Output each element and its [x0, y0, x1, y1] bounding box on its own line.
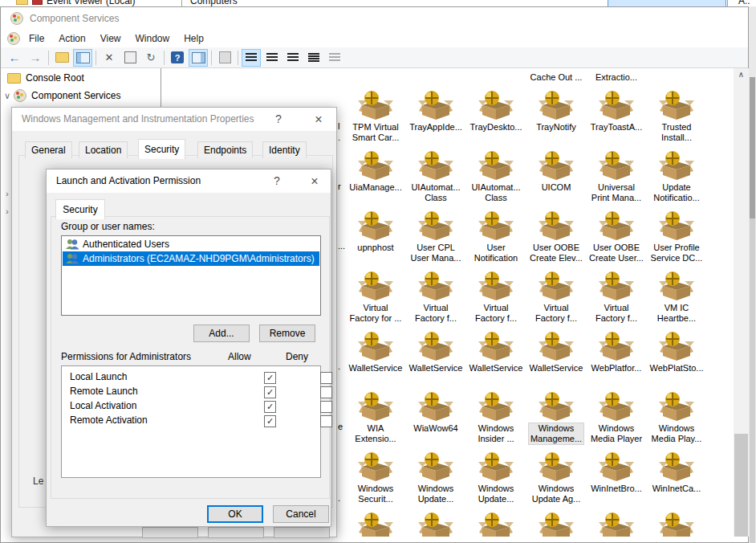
- up-one-level-button[interactable]: [52, 49, 71, 67]
- view-list-button[interactable]: [283, 49, 303, 67]
- dcom-item[interactable]: WalletService: [465, 331, 527, 374]
- dcom-item[interactable]: User OOBECreate User...: [585, 210, 648, 263]
- scroll-up-arrow-icon[interactable]: ∧: [734, 70, 749, 79]
- scrollbar-thumb[interactable]: [734, 434, 748, 537]
- dcom-item[interactable]: WalletService: [525, 331, 587, 374]
- dcom-item[interactable]: VirtualFactory for ...: [344, 271, 407, 324]
- allow-checkbox[interactable]: ✓: [264, 415, 276, 427]
- dcom-item[interactable]: UIAutomat...Class: [465, 150, 527, 203]
- user-list-item[interactable]: Authenticated Users: [63, 237, 319, 251]
- dcom-item[interactable]: WindowsMedia Play...: [645, 391, 708, 444]
- chevron-expanded-icon[interactable]: ∨: [4, 91, 10, 101]
- dcom-item[interactable]: UpdateNotificatio...: [645, 150, 708, 203]
- help-button[interactable]: ?: [168, 49, 187, 67]
- dcom-item[interactable]: VirtualFactory f...: [404, 271, 467, 324]
- close-icon[interactable]: ×: [309, 112, 328, 127]
- dcom-item[interactable]: VM ICHeartbe...: [645, 271, 708, 324]
- menu-help[interactable]: Help: [177, 31, 211, 46]
- tab-security[interactable]: Security: [138, 139, 185, 159]
- dcom-item[interactable]: [465, 512, 527, 537]
- bg-tree-item[interactable]: Event Viewer (Local): [47, 0, 136, 6]
- user-list-item[interactable]: Administrators (EC2AMAZ-NHD9PGM\Administ…: [63, 251, 319, 266]
- cancel-button[interactable]: Cancel: [273, 505, 329, 523]
- view-details-button[interactable]: [304, 49, 323, 67]
- dcom-item[interactable]: upnphost: [344, 210, 407, 253]
- dcom-item[interactable]: User ProfileService DC...: [645, 210, 708, 263]
- dcom-item[interactable]: Cache Out ...: [525, 71, 587, 83]
- tree-item-console-root[interactable]: Console Root: [7, 72, 84, 84]
- export-list-button[interactable]: [215, 49, 234, 67]
- dcom-item[interactable]: WindowsSecurit...: [344, 451, 407, 504]
- dialog-titlebar[interactable]: Windows Management and Instrumentation P…: [12, 108, 336, 131]
- back-button[interactable]: ←: [5, 49, 24, 67]
- show-action-pane-button[interactable]: [189, 49, 208, 67]
- show-console-tree-button[interactable]: [73, 49, 92, 67]
- view-large-icons-button[interactable]: [242, 49, 261, 67]
- dcom-item[interactable]: WebPlatfor...: [585, 331, 648, 374]
- allow-checkbox[interactable]: ✓: [264, 372, 276, 384]
- dcom-item[interactable]: Extractio...: [585, 71, 648, 83]
- add-button[interactable]: Add...: [193, 325, 250, 342]
- dcom-item[interactable]: WindowsUpdate...: [404, 451, 467, 504]
- deny-checkbox[interactable]: [320, 386, 332, 398]
- dcom-item[interactable]: TrayToastA...: [585, 90, 648, 133]
- remove-button[interactable]: Remove: [259, 325, 315, 342]
- menu-action[interactable]: Action: [51, 31, 92, 46]
- dcom-item[interactable]: UIAutomat...Class: [404, 150, 467, 203]
- help-icon[interactable]: ?: [269, 112, 288, 125]
- dcom-item[interactable]: [645, 512, 708, 537]
- dcom-item[interactable]: WebPlatSto...: [645, 331, 708, 374]
- forward-button[interactable]: →: [26, 49, 45, 67]
- deny-checkbox[interactable]: [320, 372, 332, 384]
- delete-button[interactable]: ✕: [100, 49, 119, 67]
- apply-button-partial[interactable]: [274, 527, 330, 538]
- properties-button[interactable]: [120, 49, 140, 67]
- dcom-item[interactable]: [344, 512, 407, 537]
- tab-security[interactable]: Security: [55, 199, 105, 219]
- dcom-item[interactable]: UiaManage...: [344, 150, 407, 193]
- refresh-button[interactable]: ↻: [141, 49, 161, 67]
- dcom-item[interactable]: TrayAppIde...: [404, 90, 467, 133]
- dcom-item[interactable]: TrayDeskto...: [465, 90, 527, 133]
- tab-endpoints[interactable]: Endpoints: [197, 141, 253, 158]
- menu-file[interactable]: File: [22, 31, 51, 46]
- dcom-item[interactable]: WindowsManageme...: [525, 391, 587, 444]
- allow-checkbox[interactable]: ✓: [264, 401, 276, 413]
- dcom-item[interactable]: TrayNotify: [525, 90, 587, 133]
- tree-item-component-services[interactable]: ∨ Component Services: [4, 89, 120, 102]
- dcom-item[interactable]: WalletService: [344, 331, 407, 374]
- learn-more-fragment[interactable]: Le: [33, 476, 43, 487]
- dcom-item[interactable]: TPM VirtualSmart Car...: [344, 90, 407, 143]
- help-icon[interactable]: ?: [267, 174, 287, 187]
- close-icon[interactable]: ×: [305, 174, 324, 189]
- view-custom-button[interactable]: [325, 49, 344, 67]
- group-user-list[interactable]: Authenticated UsersAdministrators (EC2AM…: [61, 235, 321, 316]
- tab-location[interactable]: Location: [79, 141, 128, 158]
- deny-checkbox[interactable]: [320, 415, 332, 427]
- vertical-scrollbar[interactable]: ∧: [734, 68, 749, 537]
- bg-column-header[interactable]: Computers: [190, 0, 238, 6]
- window-titlebar[interactable]: Component Services: [1, 7, 748, 30]
- dcom-item[interactable]: WindowsUpdate Ag...: [525, 451, 587, 504]
- dcom-item[interactable]: UICOM: [525, 150, 587, 193]
- tab-identity[interactable]: Identity: [262, 141, 307, 158]
- dcom-item[interactable]: User CPLUser Mana...: [404, 210, 467, 263]
- dcom-item[interactable]: WindowsUpdate...: [465, 451, 527, 504]
- deny-checkbox[interactable]: [320, 401, 332, 413]
- dcom-item[interactable]: VirtualFactory f...: [525, 271, 587, 324]
- dcom-item[interactable]: [525, 512, 587, 537]
- menu-view[interactable]: View: [93, 31, 128, 46]
- dcom-item[interactable]: User OOBECreate Elev...: [525, 210, 587, 263]
- dcom-item[interactable]: TrustedInstall...: [645, 90, 708, 143]
- dialog-titlebar[interactable]: Launch and Activation Permission ? ×: [47, 169, 331, 193]
- dcom-item[interactable]: WindowsInsider ...: [465, 391, 527, 444]
- view-small-icons-button[interactable]: [262, 49, 282, 67]
- dcom-item[interactable]: WinInetBro...: [585, 451, 648, 494]
- menu-window[interactable]: Window: [128, 31, 177, 46]
- dcom-item[interactable]: WinInetCa...: [645, 451, 708, 494]
- dcom-item[interactable]: WalletService: [404, 331, 467, 374]
- dcom-item[interactable]: [404, 512, 467, 537]
- ok-button-partial[interactable]: [142, 527, 198, 538]
- dcom-item[interactable]: VirtualFactory f...: [465, 271, 527, 324]
- dcom-item[interactable]: [585, 512, 648, 537]
